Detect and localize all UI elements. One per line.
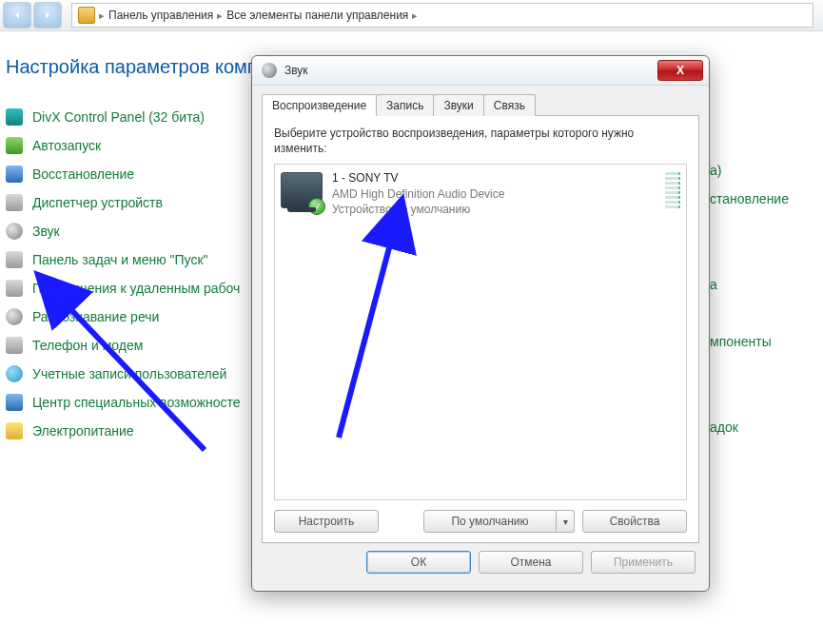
chevron-right-icon: ▸	[99, 10, 105, 22]
cp-item-label[interactable]: Панель задач и меню "Пуск"	[32, 252, 208, 267]
close-icon: X	[676, 64, 684, 77]
check-icon: ✓	[308, 198, 325, 215]
device-listbox[interactable]: ✓ 1 - SONY TV AMD High Definition Audio …	[274, 164, 687, 500]
speaker-icon	[262, 63, 277, 78]
tab-recording[interactable]: Запись	[376, 94, 434, 116]
address-bar[interactable]: ▸ Панель управления ▸ Все элементы панел…	[71, 3, 813, 28]
autoplay-icon	[6, 137, 23, 154]
cp-item-label[interactable]: Электропитание	[32, 423, 134, 439]
taskbar-icon	[6, 251, 23, 268]
cp-item-clipped[interactable]: мпоненты	[710, 327, 823, 356]
tab-playback[interactable]: Воспроизведение	[262, 94, 377, 116]
explorer-navbar: ▸ Панель управления ▸ Все элементы панел…	[0, 0, 823, 31]
recovery-icon	[6, 166, 23, 183]
properties-button[interactable]: Свойства	[582, 510, 687, 533]
cancel-button[interactable]: Отмена	[479, 551, 583, 574]
tab-communications[interactable]: Связь	[483, 94, 536, 116]
breadcrumb-item[interactable]: Панель управления	[108, 9, 213, 22]
cp-item-label[interactable]: Центр специальных возможносте	[32, 395, 241, 410]
cp-item-clipped[interactable]: адок	[710, 413, 823, 441]
apply-button[interactable]: Применить	[591, 551, 696, 574]
device-driver: AMD High Definition Audio Device	[332, 186, 504, 202]
speech-icon	[6, 308, 23, 325]
ok-button[interactable]: ОК	[366, 551, 471, 574]
chevron-right-icon: ▸	[217, 10, 223, 22]
cp-item-clipped[interactable]: а	[710, 270, 823, 299]
control-panel-icon	[78, 7, 95, 24]
sound-tabs: Воспроизведение Запись Звуки Связь	[252, 86, 709, 115]
breadcrumb-item[interactable]: Все элементы панели управления	[226, 9, 408, 22]
chevron-right-icon: ▸	[412, 10, 418, 22]
device-row[interactable]: ✓ 1 - SONY TV AMD High Definition Audio …	[281, 170, 680, 217]
cp-item-label[interactable]: Подключения к удаленным рабоч	[32, 281, 240, 296]
cp-item-label[interactable]: Распознавание речи	[32, 309, 159, 324]
tab-sounds[interactable]: Звуки	[433, 94, 483, 116]
arrow-right-icon	[41, 9, 54, 22]
cp-item-label[interactable]: DivX Control Panel (32 бита)	[32, 109, 205, 125]
sound-tab-body: Выберите устройство воспроизведения, пар…	[262, 115, 699, 543]
cp-item-label[interactable]: Восстановление	[32, 166, 134, 182]
dialog-action-row: ОК Отмена Применить	[252, 551, 709, 585]
cp-item-clipped[interactable]: а)	[710, 156, 823, 185]
level-meter-icon	[665, 170, 680, 208]
sound-dialog: Звук X Воспроизведение Запись Звуки Связ…	[251, 55, 710, 592]
nav-forward-button[interactable]	[33, 2, 62, 29]
cp-item-clipped[interactable]: становление	[710, 185, 823, 213]
cp-item-label[interactable]: Автозапуск	[32, 138, 101, 153]
device-name: 1 - SONY TV	[332, 170, 504, 185]
cp-item-label[interactable]: Диспетчер устройств	[32, 195, 163, 210]
device-text: 1 - SONY TV AMD High Definition Audio De…	[332, 170, 504, 217]
remote-icon	[6, 280, 23, 297]
accessibility-icon	[6, 394, 23, 411]
close-button[interactable]: X	[657, 60, 703, 81]
monitor-icon: ✓	[281, 172, 323, 208]
nav-back-button[interactable]	[3, 2, 31, 29]
power-icon	[6, 422, 23, 439]
right-column-clipped: а) становление а мпоненты адок	[710, 156, 823, 441]
phone-icon	[6, 337, 23, 354]
configure-button[interactable]: Настроить	[274, 510, 379, 533]
set-default-splitbutton[interactable]: По умолчанию ▾	[423, 510, 575, 533]
sound-titlebar[interactable]: Звук X	[252, 56, 709, 86]
sound-title: Звук	[284, 64, 308, 77]
sound-instruction: Выберите устройство воспроизведения, пар…	[274, 126, 687, 156]
sound-icon	[6, 223, 23, 240]
set-default-button[interactable]: По умолчанию	[423, 510, 557, 533]
divx-icon	[6, 108, 23, 126]
cp-item-label[interactable]: Учетные записи пользователей	[32, 366, 226, 381]
cp-item-label[interactable]: Звук	[32, 224, 60, 239]
device-buttons-row: Настроить По умолчанию ▾ Свойства	[274, 510, 687, 533]
users-icon	[6, 365, 23, 382]
cp-item-label[interactable]: Телефон и модем	[32, 338, 143, 353]
device-manager-icon	[6, 194, 23, 211]
chevron-down-icon[interactable]: ▾	[557, 510, 575, 533]
arrow-left-icon	[10, 9, 24, 22]
device-status: Устройство по умолчанию	[332, 202, 504, 217]
